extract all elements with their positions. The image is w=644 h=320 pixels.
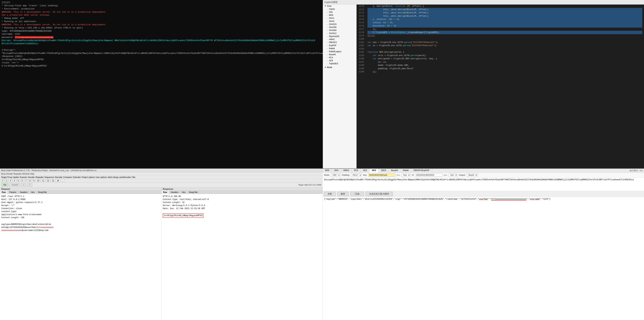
response-tab-burpytab[interactable]: BurpyTab — [187, 191, 199, 194]
terminal-line: * Serving Flask app 'tracer' (lazy loadi… — [2, 4, 321, 8]
expand-arrow: ▼ — [324, 66, 326, 69]
tab-14[interactable]: 14 — [56, 179, 60, 182]
menu-target[interactable]: Target — [1, 176, 6, 179]
tree-item-sha224[interactable]: — SHA224 — [323, 23, 356, 26]
tab-13[interactable]: 13 — [51, 179, 55, 182]
menu-project-options[interactable]: Project options — [82, 176, 95, 179]
tab-12[interactable]: 12 — [46, 179, 50, 182]
menu-decoder[interactable]: Decoder — [55, 176, 62, 179]
tab-base64[interactable]: Base64 — [389, 169, 400, 173]
tab-pbkdf2[interactable]: PBKDF2/EvpKDF — [411, 169, 432, 173]
response-content[interactable]: HTTP/1.0 200 OK Content-Type: text/html;… — [162, 194, 322, 320]
cryptojs-header: CryptoJS原型 — [323, 0, 644, 5]
request-tab-burpytab[interactable]: BurpyTab — [36, 191, 48, 194]
menu-repeater[interactable]: Repeater — [36, 176, 44, 179]
bullet: — — [326, 63, 328, 65]
tab-3des[interactable]: 3DES — [378, 169, 389, 173]
code-editor: 1170117111721173 1174117511761177 117811… — [356, 5, 644, 168]
tab-7[interactable]: 7 — [24, 179, 28, 182]
menu-autodecoder[interactable]: autoDecoder — [119, 176, 131, 179]
menu-user-options[interactable]: User options — [96, 176, 107, 179]
tab-6[interactable]: 6 — [20, 179, 24, 182]
tree-item-x64[interactable]: — X64 — [323, 11, 356, 14]
response-tab-headers[interactable]: Headers — [169, 191, 180, 194]
tab-8[interactable]: 8 — [28, 179, 32, 182]
tab-11[interactable]: 11 — [41, 179, 45, 182]
swap-button[interactable]: ↑互换↓ — [350, 192, 364, 196]
tab-md5[interactable]: MD5 — [323, 169, 332, 173]
tab-1[interactable]: 1 — [1, 179, 4, 182]
enc-iv-select[interactable]: Hex — [449, 173, 458, 177]
tree-item-ripemd160[interactable]: — Ripemd160 — [323, 35, 356, 38]
burp-request: Request Raw Params Headers Hex BurpyTab … — [0, 187, 162, 320]
nav-next-button[interactable]: › — [27, 183, 32, 187]
tree-item-sha3[interactable]: — SHA3 — [323, 20, 356, 23]
request-tab-raw[interactable]: Raw — [0, 191, 8, 194]
encrypt-button[interactable]: 加密 — [324, 192, 336, 196]
nav-prev-button[interactable]: ‹ — [21, 183, 26, 187]
tree-item-label: Ripemd160 — [329, 35, 339, 38]
tree-item-core[interactable]: ▼ Core — [323, 5, 356, 8]
tab-2[interactable]: 2 — [5, 179, 8, 182]
response-tab-hex[interactable]: Hex — [180, 191, 187, 194]
tab-aes[interactable]: AES — [360, 169, 370, 173]
padding-select[interactable]: Pkcs7 — [351, 173, 362, 177]
decrypt-button[interactable]: 解密 — [337, 192, 349, 196]
tree-item-sha512[interactable]: — SHA512 — [323, 32, 356, 35]
tab-rabbit[interactable]: Rabbit — [400, 169, 411, 173]
tree-item-sha384[interactable]: — SHA384 — [323, 29, 356, 32]
tab-des[interactable]: DES — [370, 169, 378, 173]
tree-item-rc4[interactable]: — RC4 — [323, 56, 356, 59]
tree-item-sha256[interactable]: — SHA256 — [323, 26, 356, 29]
go-button[interactable]: Go — [1, 183, 8, 187]
tab-10[interactable]: 10 — [36, 179, 40, 182]
tab-more[interactable]: ... — [60, 179, 64, 182]
tree-item-rabbit[interactable]: — Rabbit — [323, 47, 356, 50]
menu-proxy[interactable]: Proxy — [7, 176, 12, 179]
output-select[interactable]: Base6 — [467, 173, 478, 177]
request-content[interactable]: POST /test HTTP/1.1 Host: 127.0.0.1:6666… — [0, 194, 161, 320]
tree-item-pbkdf2[interactable]: — PBKDF2 — [323, 41, 356, 44]
menu-sequencer[interactable]: Sequencer — [44, 176, 54, 179]
tab-4[interactable]: 4 — [12, 179, 16, 182]
request-tab-hex[interactable]: Hex — [29, 191, 36, 194]
key-input[interactable] — [368, 174, 396, 177]
cancel-button[interactable]: Cancel — [10, 183, 20, 187]
tree-item-tripledes[interactable]: — TripleDES — [323, 62, 356, 65]
tree-item-base64[interactable]: — Base64 — [323, 53, 356, 56]
tree-item-cipher[interactable]: — Cipher — [323, 8, 356, 11]
iv-input[interactable] — [416, 174, 442, 177]
mode-select[interactable]: CBCECB — [331, 173, 340, 177]
iv-label: IV: — [412, 174, 414, 176]
request-tab-headers[interactable]: Headers — [18, 191, 29, 194]
tree-item-rabbitlegacy[interactable]: — RabbitLegacy — [323, 50, 356, 53]
terminal-encrypt-line: Encrypt: NlszaqFPos1vdOpFqK1B42Np5itPxaN… — [2, 39, 321, 46]
tab-9[interactable]: 9 — [32, 179, 36, 182]
tree-item-hmac[interactable]: — HMAC — [323, 38, 356, 41]
menu-extender[interactable]: Extender — [73, 176, 81, 179]
menu-comparer[interactable]: Comparer — [63, 176, 72, 179]
expand-arrow: ▼ — [324, 5, 326, 7]
request-tab-params[interactable]: Params — [8, 191, 18, 194]
enc-key-select[interactable]: Hex — [402, 173, 410, 177]
tab-sha[interactable]: SHA — [332, 169, 341, 173]
tab-5[interactable]: 5 — [17, 179, 20, 182]
code-line-1184: function DES_Encrypt(word) { — [368, 51, 642, 54]
tree-item-evpkdf[interactable]: — EvpKDF — [323, 44, 356, 47]
tree-item-mode[interactable]: ▼ Mode — [323, 66, 356, 69]
tab-rc4[interactable]: RC4 — [352, 169, 360, 173]
menu-intruder[interactable]: Intruder — [28, 176, 35, 179]
menu-citic[interactable]: Citic — [132, 176, 136, 179]
menu-scanner[interactable]: Scanner — [20, 176, 27, 179]
menu-alerts[interactable]: Alerts — [108, 176, 113, 179]
tree-item-sha1[interactable]: — SHA1 — [323, 17, 356, 20]
code-line-1173: this._des1.decryptBlock(M, offset); — [368, 15, 642, 18]
tree-item-aes[interactable]: — AES — [323, 59, 356, 62]
tab-3[interactable]: 3 — [9, 179, 12, 182]
response-tab-raw[interactable]: Raw — [162, 191, 169, 194]
tree-item-md5[interactable]: — MD5 — [323, 14, 356, 17]
tab-hmac[interactable]: HMAC — [341, 169, 352, 173]
generate-script-button[interactable]: 生成当前方案JS脚本 — [366, 192, 393, 196]
menu-spider[interactable]: Spider — [13, 176, 19, 179]
menu-burpy[interactable]: Burpy — [113, 176, 118, 179]
